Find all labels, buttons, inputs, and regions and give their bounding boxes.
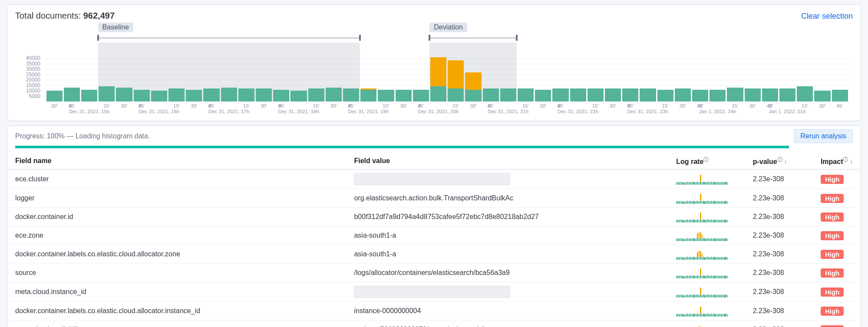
cell-field-value: b00f312df7a9d794a4d8753cafee5f72ebc7d8e8… — [346, 208, 668, 226]
x-tick: 15' — [103, 103, 110, 108]
x-tick: 30' — [749, 103, 756, 108]
chart[interactable]: 500010000150002000025000300003500040000 … — [15, 58, 853, 118]
impact-badge: High — [821, 288, 844, 297]
x-tick: 30' — [51, 103, 58, 108]
y-tick: 10000 — [26, 88, 40, 94]
table-row[interactable]: loggerorg.elasticsearch.action.bulk.Tran… — [7, 189, 861, 208]
y-tick: 5000 — [29, 93, 40, 99]
cell-log-rate — [668, 245, 745, 264]
sparkline — [676, 286, 728, 298]
cell-impact: High — [813, 264, 861, 282]
redacted-value — [354, 173, 510, 185]
cell-field-value: instance-0000000004 — [346, 302, 668, 320]
progress-text: Progress: 100% — Loading histogram data. — [15, 132, 150, 140]
cell-field-name: docker.container.labels.co.elastic.cloud… — [7, 302, 346, 320]
col-log-rate[interactable]: Log rateⓘ — [668, 153, 745, 170]
y-tick: 30000 — [26, 66, 40, 72]
table-row[interactable]: meta.cloud.instance_id2.23e-308High — [7, 282, 861, 302]
baseline-range-slider[interactable] — [98, 36, 360, 40]
x-tick: 15' — [313, 103, 320, 108]
cell-field-name: source — [7, 264, 346, 282]
cell-field-value: asia-south1-a — [346, 226, 668, 245]
cell-p-value: 2.23e-308 — [745, 302, 813, 320]
cell-impact: High — [813, 320, 861, 327]
cell-field-value: /logs/allocator/containers/elasticsearch… — [346, 264, 668, 282]
x-tick: 30' — [819, 103, 825, 108]
baseline-handle-left[interactable] — [97, 35, 99, 41]
table-row[interactable]: ece.zoneasia-south1-a2.23e-308High — [7, 226, 861, 245]
total-documents-label: Total documents: — [15, 11, 83, 20]
sparkline — [676, 249, 728, 260]
baseline-handle-right[interactable] — [359, 35, 361, 41]
x-tick-major: 0'Jan 1, 2022, 01h — [769, 103, 806, 114]
x-tick: 15' — [522, 103, 529, 108]
table-row[interactable]: meta.cloud.availability_zoneprojects/526… — [7, 320, 861, 327]
progress-bar — [15, 146, 789, 148]
cell-field-value — [346, 282, 668, 302]
impact-badge: High — [821, 175, 844, 184]
table-row[interactable]: ece.cluster2.23e-308High — [7, 170, 861, 189]
x-tick: 15' — [662, 103, 668, 108]
impact-badge: High — [821, 268, 844, 278]
cell-log-rate — [668, 170, 745, 189]
cell-impact: High — [813, 170, 861, 189]
table-row[interactable]: docker.container.idb00f312df7a9d794a4d87… — [7, 208, 861, 226]
plot-area[interactable] — [46, 58, 848, 101]
panel-header: Total documents: 962,497 Clear selection — [15, 11, 853, 21]
sparkline — [676, 305, 728, 317]
bars — [46, 58, 848, 101]
info-icon: ⓘ — [777, 157, 782, 163]
cell-log-rate — [668, 226, 745, 245]
x-axis: 30'45'0'Dec 31, 2021, 15h15'30'45'0'Dec … — [46, 103, 848, 118]
y-tick: 40000 — [26, 55, 40, 61]
deviation-handle-left[interactable] — [429, 35, 430, 41]
results-table: Field name Field value Log rateⓘ p-value… — [7, 153, 861, 327]
cell-log-rate — [668, 302, 745, 320]
x-tick: 15' — [173, 103, 180, 108]
sparkline — [676, 267, 728, 278]
col-p-value[interactable]: p-valueⓘ↑ — [745, 153, 813, 170]
x-tick: 30' — [540, 103, 546, 108]
sparkline — [676, 193, 728, 204]
x-tick: 15' — [452, 103, 459, 108]
x-tick: 30' — [191, 103, 197, 108]
col-impact[interactable]: Impactⓘ↑ — [813, 153, 861, 170]
deviation-range-slider[interactable] — [429, 36, 517, 40]
sparkline — [676, 230, 728, 241]
y-tick: 15000 — [26, 82, 40, 88]
impact-badge: High — [821, 250, 844, 259]
sparkline — [676, 173, 728, 185]
sort-asc-icon: ↑ — [784, 159, 787, 165]
cell-p-value: 2.23e-308 — [745, 208, 813, 226]
cell-impact: High — [813, 245, 861, 264]
info-icon: ⓘ — [703, 157, 709, 163]
sort-asc-icon: ↑ — [850, 159, 853, 165]
x-tick: 15' — [243, 103, 250, 108]
cell-log-rate — [668, 282, 745, 302]
clear-selection-link[interactable]: Clear selection — [801, 12, 853, 21]
y-tick: 25000 — [26, 72, 40, 78]
cell-field-value: asia-south1-a — [346, 245, 668, 264]
cell-log-rate — [668, 208, 745, 226]
col-field-name[interactable]: Field name — [7, 153, 346, 170]
rerun-analysis-button[interactable]: Rerun analysis — [794, 129, 853, 143]
progress-row: Progress: 100% — Loading histogram data.… — [7, 126, 861, 143]
impact-badge: High — [821, 194, 844, 203]
cell-p-value: 2.23e-308 — [745, 282, 813, 302]
table-row[interactable]: docker.container.labels.co.elastic.cloud… — [7, 302, 861, 320]
range-labels: Baseline Deviation — [15, 23, 853, 37]
cell-field-value: projects/526082286870/zones/asia-south1-… — [346, 320, 668, 327]
x-tick: 30' — [470, 103, 476, 108]
table-row[interactable]: source/logs/allocator/containers/elastic… — [7, 264, 861, 282]
histogram-panel: Total documents: 962,497 Clear selection… — [7, 4, 861, 121]
cell-field-name: ece.cluster — [7, 170, 346, 189]
deviation-handle-right[interactable] — [516, 35, 518, 41]
total-documents: Total documents: 962,497 — [15, 11, 115, 21]
deviation-label: Deviation — [429, 23, 467, 32]
x-tick-major: 0'Jan 1, 2022, 24h — [699, 103, 736, 114]
cell-p-value: 2.23e-308 — [745, 170, 813, 189]
cell-impact: High — [813, 226, 861, 245]
total-documents-value: 962,497 — [83, 11, 115, 20]
col-field-value[interactable]: Field value — [346, 153, 668, 170]
table-row[interactable]: docker.container.labels.co.elastic.cloud… — [7, 245, 861, 264]
